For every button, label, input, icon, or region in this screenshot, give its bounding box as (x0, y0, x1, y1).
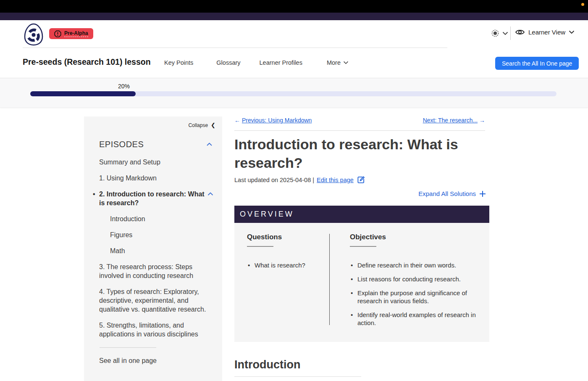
lesson-nav: Key Points Glossary Learner Profiles Mor… (157, 59, 356, 66)
theme-switcher[interactable] (491, 29, 508, 38)
objectives-column: Objectives Define research in their own … (330, 233, 481, 333)
alert-octagon-icon (54, 30, 61, 37)
page-title: Introduction to research: What is resear… (234, 135, 486, 172)
lesson-progress-fill (30, 91, 136, 96)
overview-body: Questions What is research? Objectives D… (234, 223, 489, 342)
view-mode-label: Learner View (528, 29, 565, 36)
top-purple-bar (0, 13, 588, 20)
sidebar-subitem-figures[interactable]: Figures (110, 230, 212, 239)
previous-episode-link[interactable]: ← Previous: Using Markdown (234, 117, 312, 124)
chevron-down-icon (343, 61, 349, 64)
search-all-in-one-button[interactable]: Search the All In One page (495, 57, 579, 70)
sun-icon (491, 29, 500, 38)
egg-seed-logo-icon (24, 23, 43, 46)
recording-dot-icon (581, 3, 584, 6)
sidebar-item-episode-1[interactable]: 1. Using Markdown (99, 174, 212, 183)
lesson-title: Pre-seeds (Research 101) lesson (23, 57, 151, 67)
edit-this-page-link[interactable]: Edit this page (317, 177, 354, 183)
episodes-section-toggle[interactable]: EPISODES (99, 140, 213, 149)
episodes-sidebar: Collapse ❮ EPISODES Summary and Setup 1.… (84, 116, 222, 381)
objective-item: Identify real-world examples of research… (351, 311, 478, 327)
chevron-down-icon (502, 32, 508, 35)
overview-header: OVERVIEW (234, 206, 489, 223)
sidebar-subitem-introduction[interactable]: Introduction (110, 214, 212, 223)
pre-alpha-badge-label: Pre-Alpha (64, 30, 88, 37)
pre-alpha-badge[interactable]: Pre-Alpha (49, 28, 93, 39)
progress-section: 20% (0, 78, 588, 108)
sidebar-item-episode-3[interactable]: 3. The research process: Steps involved … (99, 262, 212, 280)
objective-item: List reasons for conducting research. (351, 275, 478, 283)
objective-item: Explain the purpose and significance of … (351, 289, 478, 305)
nav-key-points[interactable]: Key Points (157, 59, 200, 66)
objective-item: Define research in their own words. (351, 261, 478, 269)
objectives-list: Define research in their own words.List … (350, 261, 481, 327)
objectives-underline (350, 246, 376, 247)
chevron-up-icon[interactable] (207, 192, 213, 196)
edit-pencil-icon[interactable] (357, 176, 365, 184)
nav-more[interactable]: More (320, 59, 356, 66)
top-black-bar (0, 0, 588, 13)
pager-divider (234, 130, 485, 131)
introduction-section-heading: Introduction (234, 358, 300, 371)
chevron-down-icon (569, 30, 575, 34)
sidebar-item-episode-5[interactable]: 5. Strengths, limitations, and applicati… (99, 321, 212, 339)
questions-column: Questions What is research? (247, 233, 329, 333)
episodes-heading: EPISODES (99, 140, 144, 149)
chevron-up-icon (206, 143, 213, 146)
header-controls-divider (510, 26, 511, 40)
lesson-progress-bar[interactable] (30, 91, 556, 96)
overview-card: OVERVIEW Questions What is research? Obj… (234, 206, 489, 342)
right-arrow-icon: → (478, 117, 485, 124)
question-item: What is research? (248, 261, 327, 269)
sidebar-item-episode-2-current[interactable]: 2. Introduction to research: What is res… (99, 190, 212, 207)
last-updated-text: Last updated on 2025-04-08 | (234, 177, 314, 183)
last-updated-line: Last updated on 2025-04-08 | Edit this p… (234, 176, 365, 184)
questions-underline (247, 246, 273, 247)
progress-percent-label: 20% (118, 83, 130, 90)
sidebar-see-all-link[interactable]: See all in one page (99, 356, 212, 365)
sidebar-divider (100, 347, 156, 348)
episode-pager: ← Previous: Using Markdown Next: The res… (234, 117, 485, 124)
sidebar-subitem-math[interactable]: Math (110, 246, 212, 255)
site-header: Pre-Alpha Learner View Pre-seeds (Resear… (0, 20, 588, 78)
introduction-heading-rule (234, 376, 361, 377)
next-episode-link[interactable]: Next: The research... → (423, 117, 485, 124)
sidebar-item-summary-and-setup[interactable]: Summary and Setup (99, 158, 212, 167)
header-divider (23, 48, 447, 48)
plus-icon (479, 190, 486, 197)
questions-list: What is research? (247, 261, 329, 269)
questions-heading: Questions (247, 233, 329, 241)
nav-glossary[interactable]: Glossary (209, 59, 247, 66)
site-logo[interactable] (24, 23, 43, 46)
objectives-heading: Objectives (350, 233, 481, 241)
view-mode-switcher[interactable]: Learner View (515, 29, 575, 36)
left-arrow-icon: ← (234, 117, 242, 124)
collapse-sidebar-button[interactable]: Collapse ❮ (188, 122, 215, 128)
expand-all-solutions-button[interactable]: Expand All Solutions (234, 190, 486, 197)
episode-list: Summary and Setup 1. Using Markdown 2. I… (99, 158, 212, 372)
chevron-left-icon: ❮ (211, 122, 215, 128)
eye-icon (515, 29, 525, 36)
nav-learner-profiles[interactable]: Learner Profiles (252, 59, 310, 66)
sidebar-item-episode-4[interactable]: 4. Types of research: Exploratory, descr… (99, 287, 212, 314)
